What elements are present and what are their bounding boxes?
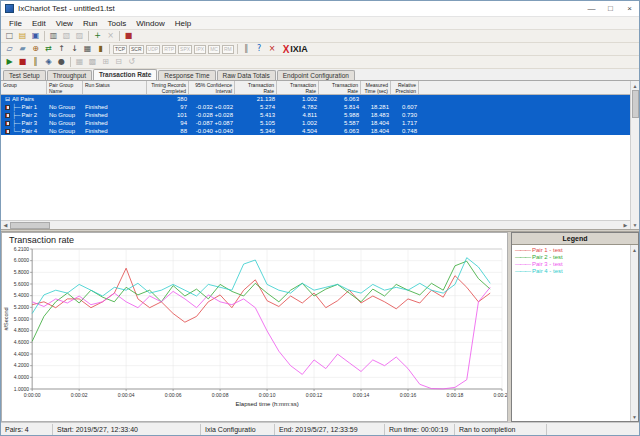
column-header[interactable]: Transaction Rate Maximum	[319, 81, 361, 94]
table-row[interactable]: ├─Pair 2No GroupFinished101-0.028 +0.028…	[1, 111, 630, 119]
table-vertical-scrollbar[interactable]: ▲ ▼	[630, 81, 639, 229]
menu-help[interactable]: Help	[170, 19, 196, 28]
pause-button[interactable]: ‖	[240, 44, 253, 55]
view-groups-button[interactable]: ▩	[86, 57, 99, 68]
tab-throughput[interactable]: Throughput	[47, 70, 92, 80]
expand-all-button[interactable]: ⊞	[99, 57, 112, 68]
menu-tools[interactable]: Tools	[103, 19, 132, 28]
status-segment: End: 2019/5/27, 12:33:59	[275, 424, 385, 435]
x-tick-label: 0:00:14	[353, 392, 370, 398]
cell-transaction-rate: 4.782	[277, 103, 319, 111]
collapse-all-button[interactable]: ⊟	[112, 57, 125, 68]
protocol-spx-button[interactable]: SPX	[178, 45, 192, 54]
protocol-tcp-button[interactable]: TCP	[113, 45, 127, 54]
maximize-icon[interactable]: □	[601, 1, 620, 16]
group-cell: ⊟All Pairs	[1, 95, 47, 103]
column-header[interactable]: Transaction Rate Minimum	[277, 81, 319, 94]
column-header[interactable]: Timing Records Completed	[147, 81, 189, 94]
tab-transaction-rate[interactable]: Transaction Rate	[93, 69, 157, 80]
paste-button[interactable]: ▨	[73, 31, 86, 42]
column-header[interactable]: Pair Group Name	[47, 81, 83, 94]
protocol-rm-button[interactable]: RM	[222, 45, 234, 54]
table-row[interactable]: ⊟All Pairs38021.1381.0026.063	[1, 95, 630, 103]
delete-pair-button[interactable]: ×	[104, 31, 117, 42]
refresh-button[interactable]: ↺	[125, 57, 138, 68]
protocol-udp-button[interactable]: UDP	[146, 45, 161, 54]
table-row[interactable]: ├─Pair 1No GroupFinished97-0.032 +0.0325…	[1, 103, 630, 111]
legend-item: ———Pair 2 - test	[515, 254, 630, 261]
new-test-button[interactable]: □	[3, 31, 16, 42]
menu-edit[interactable]: Edit	[27, 19, 51, 28]
legend-item: ———Pair 4 - test	[515, 268, 630, 275]
protocol-mc-button[interactable]: MC	[208, 45, 220, 54]
move-down-button[interactable]: ↓	[68, 44, 81, 55]
y-tick-label: 6.2100	[14, 246, 30, 252]
horizontal-scroll-thumb[interactable]	[10, 222, 50, 229]
help-button[interactable]: ?	[253, 44, 266, 55]
column-header[interactable]: 95% Confidence Interval	[189, 81, 235, 94]
duplicate-pair-button[interactable]: ▰	[16, 44, 29, 55]
legend-scroll-up-icon[interactable]: ▲	[630, 245, 639, 254]
cell-95%-confidence	[189, 95, 235, 103]
vertical-scroll-thumb[interactable]	[632, 90, 639, 118]
column-header[interactable]: Group	[1, 81, 47, 94]
poll-endpoints-button[interactable]: ◈	[42, 57, 55, 68]
protocol-scr-button[interactable]: SCR	[129, 45, 144, 54]
cell-transaction-rate: 5.413	[235, 111, 277, 119]
table-row[interactable]: ├─Pair 3No GroupFinished94-0.087 +0.0875…	[1, 119, 630, 127]
table-row[interactable]: └─Pair 4No GroupFinished88-0.040 +0.0405…	[1, 127, 630, 135]
menu-file[interactable]: File	[4, 19, 27, 28]
open-test-icon: ▤	[19, 32, 27, 40]
legend-line-icon: ———	[515, 268, 530, 274]
paste-icon: ▨	[76, 32, 84, 40]
protocol-ipx-button[interactable]: IPX	[194, 45, 206, 54]
column-header[interactable]: Relative Precision	[391, 81, 419, 94]
scroll-down-icon[interactable]: ▼	[631, 220, 640, 229]
cell-run-status	[83, 95, 147, 103]
edit-pair-button[interactable]: ▱	[3, 44, 16, 55]
legend-scrollbar[interactable]: ▲ ▼	[630, 245, 638, 421]
column-header[interactable]: Run Status	[83, 81, 147, 94]
print-button[interactable]: ▥	[47, 31, 60, 42]
close-icon[interactable]: ×	[620, 1, 639, 16]
save-test-button[interactable]: ▣	[29, 31, 42, 42]
minimize-icon[interactable]: —	[582, 1, 601, 16]
run-test-button[interactable]: ▶	[3, 57, 16, 68]
column-header[interactable]: Transaction Rate Average	[235, 81, 277, 94]
tab-endpoint-configuration[interactable]: Endpoint Configuration	[277, 70, 355, 80]
y-tick-label: 5.6000	[14, 281, 30, 287]
schedule-run-button[interactable]: ●	[55, 57, 68, 68]
scroll-up-icon[interactable]: ▲	[631, 81, 640, 90]
menu-window[interactable]: Window	[131, 19, 169, 28]
tab-test-setup[interactable]: Test Setup	[3, 70, 46, 80]
protocol-rtp-button[interactable]: RTP	[162, 45, 176, 54]
move-up-button[interactable]: ↑	[55, 44, 68, 55]
group-pairs-button[interactable]: ⊕	[29, 44, 42, 55]
y-tick-label: 6.0000	[14, 257, 30, 263]
column-header[interactable]: Measured Time (sec)	[361, 81, 391, 94]
copy-button[interactable]: ▧	[60, 31, 73, 42]
tab-response-time[interactable]: Response Time	[158, 70, 215, 80]
view-columns-button[interactable]: ▦	[73, 57, 86, 68]
tab-raw-data-totals[interactable]: Raw Data Totals	[217, 70, 276, 80]
cell-transaction-rate: 4.811	[277, 111, 319, 119]
collapse-icon[interactable]: ⊟	[5, 95, 10, 103]
add-pair-button[interactable]: +	[91, 31, 104, 42]
abort-button[interactable]: ×	[266, 44, 279, 55]
cell-transaction-rate: 5.988	[319, 111, 361, 119]
y-tick-label: 5.8000	[14, 269, 30, 275]
console-button[interactable]: ▮	[94, 44, 107, 55]
menu-run[interactable]: Run	[78, 19, 103, 28]
toolbar-run: ▶■‖◈●▦▩⊞⊟↺	[1, 56, 639, 69]
y-tick-label: 4.4000	[14, 351, 30, 357]
ixia-ports-button[interactable]: ▦	[81, 44, 94, 55]
pause-test-button[interactable]: ‖	[29, 57, 42, 68]
menu-view[interactable]: View	[51, 19, 78, 28]
cell-pair-group	[47, 95, 83, 103]
test-options-button[interactable]: ■	[122, 31, 135, 42]
open-test-button[interactable]: ▤	[16, 31, 29, 42]
stop-test-button[interactable]: ■	[16, 57, 29, 68]
table-horizontal-scrollbar[interactable]: ◀ ▶	[1, 220, 630, 229]
swap-endpoints-button[interactable]: ⇄	[42, 44, 55, 55]
legend-scroll-down-icon[interactable]: ▼	[630, 412, 639, 421]
